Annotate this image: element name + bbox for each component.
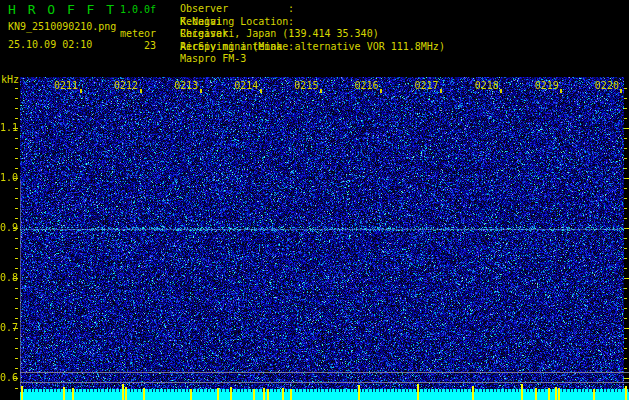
freq-minor-tick-left: [15, 168, 18, 169]
freq-major-tick-right: [624, 328, 629, 329]
signal-spike-mark: [122, 384, 124, 400]
app-title: H R O F F T: [8, 2, 116, 17]
freq-minor-tick-right: [624, 238, 627, 239]
info-colon: :: [288, 41, 300, 54]
freq-minor-tick-left: [15, 188, 18, 189]
info-label: Receiving antenna: [180, 41, 288, 54]
freq-minor-tick-left: [15, 318, 18, 319]
freq-minor-tick-right: [624, 368, 627, 369]
signal-spike-mark: [253, 389, 255, 400]
freq-minor-tick-right: [624, 258, 627, 259]
freq-minor-tick-right: [624, 108, 627, 109]
app-version: 1.0.0f: [120, 4, 156, 15]
signal-spike-mark: [358, 385, 360, 400]
hrofft-window: H R O F F T 1.0.0f KN9_2510090210.png 25…: [0, 0, 629, 400]
freq-minor-tick-left: [15, 218, 18, 219]
freq-minor-tick-left: [15, 118, 18, 119]
freq-minor-tick-right: [624, 318, 627, 319]
time-tick-label: 0217: [412, 80, 442, 91]
time-tick-label: 0213: [171, 80, 201, 91]
freq-minor-tick-left: [15, 138, 18, 139]
freq-major-tick-left: [13, 328, 18, 329]
time-tick-label: 0214: [231, 80, 261, 91]
signal-spike-mark: [535, 388, 537, 400]
signal-spike-mark: [190, 389, 192, 400]
minute-tick-mark: [200, 89, 202, 93]
freq-minor-tick-left: [15, 158, 18, 159]
signal-spike-mark: [267, 389, 269, 400]
time-tick-label: 0215: [291, 80, 321, 91]
minute-tick-mark: [560, 89, 562, 93]
freq-minor-tick-right: [624, 198, 627, 199]
freq-major-tick-left: [13, 378, 18, 379]
info-label: Receiving Location: [180, 16, 288, 29]
minute-tick-mark: [320, 89, 322, 93]
minute-tick-mark: [260, 89, 262, 93]
freq-minor-tick-left: [15, 308, 18, 309]
freq-minor-tick-left: [15, 358, 18, 359]
freq-minor-tick-left: [15, 348, 18, 349]
signal-level-band: [20, 389, 629, 400]
freq-minor-tick-right: [624, 148, 627, 149]
signal-spike-mark: [125, 387, 127, 400]
freq-minor-tick-left: [15, 98, 18, 99]
freq-minor-tick-left: [15, 208, 18, 209]
freq-minor-tick-right: [624, 308, 627, 309]
freq-major-tick-left: [13, 178, 18, 179]
freq-minor-tick-left: [15, 368, 18, 369]
signal-spike-mark: [417, 384, 419, 400]
freq-minor-tick-right: [624, 298, 627, 299]
freq-major-tick-left: [13, 278, 18, 279]
freq-major-tick-right: [624, 378, 629, 379]
freq-minor-tick-right: [624, 188, 627, 189]
freq-minor-tick-left: [15, 108, 18, 109]
freq-minor-tick-left: [15, 298, 18, 299]
signal-gridline-lower: [20, 382, 629, 383]
signal-spike-mark: [472, 386, 474, 400]
observation-datetime: 25.10.09 02:10: [8, 39, 92, 50]
freq-minor-tick-right: [624, 118, 627, 119]
freq-minor-tick-right: [624, 288, 627, 289]
signal-spike-mark: [555, 387, 557, 400]
info-label: Observer: [180, 3, 288, 16]
freq-minor-tick-right: [624, 348, 627, 349]
carrier-trace-line: [20, 229, 624, 230]
signal-spike-mark: [230, 387, 232, 400]
info-colon: :: [288, 16, 300, 29]
freq-minor-tick-right: [624, 158, 627, 159]
freq-minor-tick-left: [15, 248, 18, 249]
freq-minor-tick-right: [624, 268, 627, 269]
signal-spike-mark: [217, 388, 219, 400]
signal-spike-mark: [63, 387, 65, 400]
output-filename: KN9_2510090210.png: [8, 21, 116, 32]
minute-tick-mark: [620, 89, 622, 93]
freq-tick-label: 0.9: [0, 222, 13, 233]
freq-minor-tick-left: [15, 338, 18, 339]
freq-minor-tick-left: [15, 388, 18, 389]
freq-minor-tick-left: [15, 288, 18, 289]
signal-spike-mark: [548, 388, 550, 400]
station-info-block: Observer:K.NagaiReceiving Location:Chiga…: [180, 3, 445, 53]
freq-tick-label: 1.0: [0, 172, 13, 183]
freq-tick-label: 0.6: [0, 372, 13, 383]
freq-major-tick-left: [13, 228, 18, 229]
freq-minor-tick-right: [624, 138, 627, 139]
meteor-count-label: meteor: [112, 28, 156, 39]
minute-tick-mark: [500, 89, 502, 93]
freq-minor-tick-left: [15, 268, 18, 269]
signal-spike-mark: [143, 388, 145, 400]
freq-major-tick-right: [624, 178, 629, 179]
freq-major-tick-right: [624, 228, 629, 229]
signal-spike-mark: [72, 388, 74, 400]
signal-band-ragged-edge: [20, 389, 629, 392]
freq-minor-tick-left: [15, 148, 18, 149]
freq-tick-label: 1.1: [0, 122, 13, 133]
meteor-count-value: 23: [112, 40, 156, 51]
minute-tick-mark: [440, 89, 442, 93]
info-label: Receiver: [180, 28, 288, 41]
signal-spike-mark: [625, 386, 627, 400]
minute-tick-mark: [140, 89, 142, 93]
freq-minor-tick-right: [624, 88, 627, 89]
info-value: Maspro FM-3: [180, 53, 445, 66]
freq-major-tick-right: [624, 278, 629, 279]
